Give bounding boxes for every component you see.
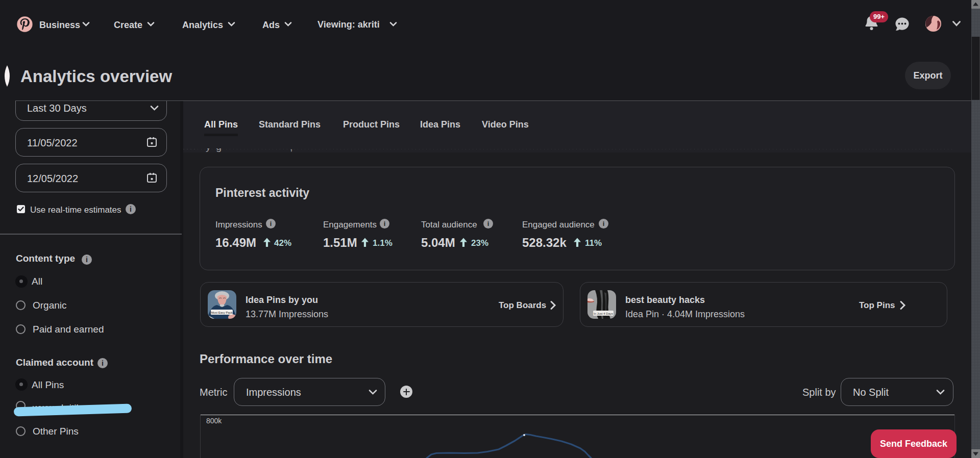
svg-text:Most Easy Pack: Most Easy Pack	[211, 311, 232, 314]
svg-text:In Just 4 Days: In Just 4 Days	[594, 312, 613, 315]
